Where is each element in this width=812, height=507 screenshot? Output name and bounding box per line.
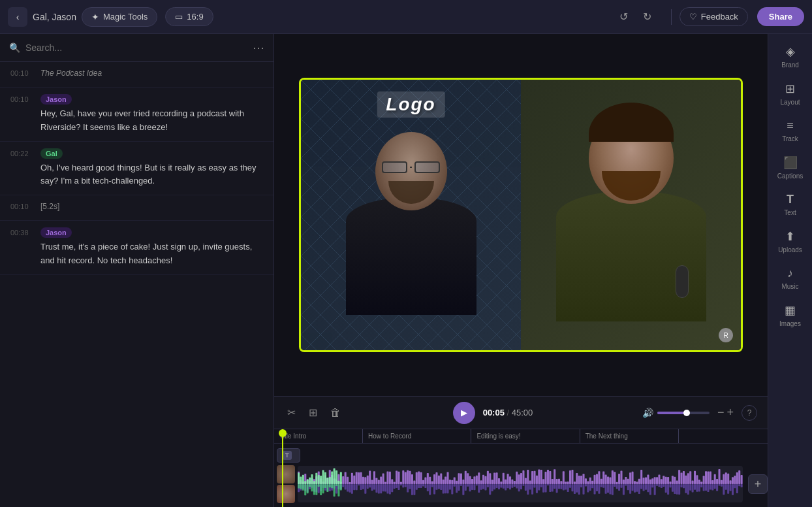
svg-rect-220 bbox=[540, 484, 542, 487]
trim-button[interactable]: ✂ bbox=[285, 404, 298, 421]
chapter-label: How to Record bbox=[368, 433, 411, 440]
svg-rect-307 bbox=[638, 479, 640, 484]
svg-rect-213 bbox=[533, 471, 535, 484]
captions-label: Captions bbox=[777, 172, 803, 180]
svg-rect-164 bbox=[478, 484, 480, 493]
svg-rect-320 bbox=[651, 484, 653, 487]
track-label: Track bbox=[782, 135, 798, 142]
undo-button[interactable]: ↺ bbox=[614, 7, 634, 27]
svg-rect-310 bbox=[640, 484, 642, 489]
svg-rect-122 bbox=[431, 484, 433, 487]
svg-rect-418 bbox=[315, 484, 317, 495]
svg-rect-103 bbox=[411, 474, 413, 484]
svg-rect-212 bbox=[531, 484, 533, 495]
svg-rect-372 bbox=[710, 484, 711, 490]
svg-rect-374 bbox=[711, 484, 713, 491]
svg-rect-219 bbox=[540, 470, 542, 484]
body-right bbox=[556, 191, 706, 321]
zoom-out-button[interactable]: − bbox=[717, 406, 725, 419]
svg-rect-237 bbox=[560, 481, 562, 484]
add-track-button[interactable]: + bbox=[748, 474, 768, 494]
svg-rect-364 bbox=[700, 484, 702, 487]
search-bar: 🔍 ⋯ bbox=[0, 34, 273, 62]
svg-rect-422 bbox=[320, 484, 322, 495]
captions-icon: ⬛ bbox=[783, 155, 798, 170]
svg-rect-353 bbox=[689, 471, 691, 484]
zoom-in-button[interactable]: + bbox=[727, 406, 734, 419]
magic-tools-button[interactable]: ✦ Magic Tools bbox=[82, 7, 157, 27]
svg-rect-263 bbox=[589, 478, 591, 484]
svg-rect-393 bbox=[734, 476, 736, 484]
svg-rect-401 bbox=[298, 473, 300, 484]
svg-rect-119 bbox=[429, 477, 431, 484]
svg-rect-102 bbox=[409, 484, 411, 489]
text-track-item[interactable]: T bbox=[277, 448, 300, 463]
monitor-icon: ▭ bbox=[175, 12, 183, 22]
svg-rect-162 bbox=[476, 484, 478, 485]
svg-rect-238 bbox=[560, 484, 562, 489]
right-tool-images[interactable]: ▦ Images bbox=[772, 298, 809, 333]
svg-rect-400 bbox=[741, 484, 743, 487]
right-tool-text[interactable]: T Text bbox=[772, 188, 809, 221]
svg-rect-68 bbox=[371, 484, 373, 491]
center-area: Logo bbox=[274, 34, 768, 507]
split-button[interactable]: ⊞ bbox=[306, 404, 320, 421]
play-button[interactable]: ▶ bbox=[453, 402, 475, 424]
svg-rect-92 bbox=[398, 484, 399, 490]
svg-rect-352 bbox=[687, 484, 689, 495]
waveform-svg bbox=[298, 466, 743, 502]
avatar-gal bbox=[277, 485, 295, 503]
redo-button[interactable]: ↻ bbox=[637, 7, 658, 27]
svg-rect-221 bbox=[542, 479, 544, 484]
svg-rect-93 bbox=[400, 482, 402, 484]
right-tool-track[interactable]: ≡ Track bbox=[772, 114, 809, 148]
right-tool-captions[interactable]: ⬛ Captions bbox=[772, 150, 809, 185]
svg-rect-116 bbox=[424, 484, 426, 488]
svg-rect-369 bbox=[707, 472, 709, 484]
svg-rect-395 bbox=[736, 472, 738, 484]
svg-rect-256 bbox=[580, 484, 582, 487]
aspect-ratio-button[interactable]: ▭ 16:9 bbox=[165, 7, 213, 26]
svg-rect-366 bbox=[703, 484, 705, 491]
svg-rect-243 bbox=[567, 482, 569, 484]
svg-rect-404 bbox=[300, 484, 302, 489]
volume-track[interactable] bbox=[657, 412, 710, 414]
back-button[interactable]: ‹ bbox=[8, 7, 27, 27]
right-tool-uploads[interactable]: ⬆ Uploads bbox=[772, 224, 809, 259]
svg-rect-242 bbox=[565, 484, 567, 489]
svg-rect-170 bbox=[484, 484, 486, 490]
help-button[interactable]: ? bbox=[742, 405, 757, 421]
svg-rect-376 bbox=[714, 484, 716, 489]
svg-rect-151 bbox=[465, 471, 467, 484]
playhead-handle bbox=[279, 429, 287, 437]
time-separator: / bbox=[507, 408, 510, 417]
more-options-button[interactable]: ⋯ bbox=[253, 41, 264, 55]
waveform-container[interactable] bbox=[298, 466, 743, 502]
timestamp: 00:10 bbox=[10, 69, 34, 77]
svg-rect-108 bbox=[416, 484, 418, 490]
svg-rect-359 bbox=[696, 475, 698, 484]
svg-rect-331 bbox=[665, 477, 667, 484]
svg-rect-176 bbox=[492, 484, 493, 491]
svg-rect-298 bbox=[627, 484, 629, 490]
svg-rect-257 bbox=[582, 474, 584, 484]
main-area: 🔍 ⋯ 00:10 The Podcast Idea 00:10 Jason H… bbox=[0, 34, 812, 507]
svg-rect-329 bbox=[663, 476, 664, 484]
right-tool-brand[interactable]: ◈ Brand bbox=[772, 39, 809, 74]
svg-rect-273 bbox=[601, 479, 602, 484]
right-tool-music[interactable]: ♪ Music bbox=[772, 261, 809, 295]
svg-rect-200 bbox=[518, 484, 520, 491]
search-input[interactable] bbox=[25, 42, 247, 53]
svg-rect-417 bbox=[315, 473, 317, 484]
delete-button[interactable]: 🗑 bbox=[328, 404, 343, 421]
right-tool-layout[interactable]: ⊞ Layout bbox=[772, 76, 809, 111]
video-frame: Logo bbox=[299, 78, 743, 352]
transcript-block-bracket: 00:10 [5.2s] bbox=[0, 195, 273, 221]
svg-rect-300 bbox=[629, 484, 631, 494]
share-button[interactable]: Share bbox=[757, 7, 804, 26]
video-preview: Logo bbox=[274, 34, 768, 396]
feedback-button[interactable]: ♡ Feedback bbox=[679, 7, 748, 26]
svg-rect-105 bbox=[413, 480, 415, 484]
svg-rect-280 bbox=[607, 484, 609, 493]
svg-rect-230 bbox=[552, 484, 554, 491]
